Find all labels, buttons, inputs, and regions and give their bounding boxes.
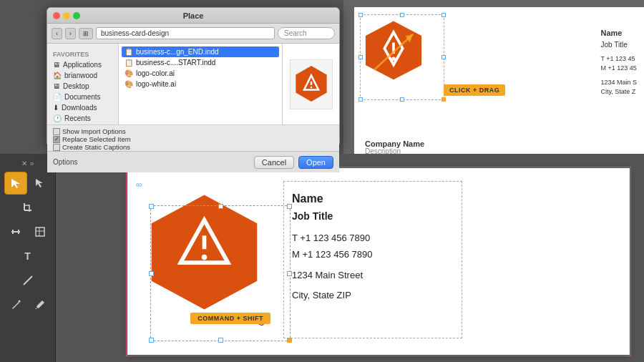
minimize-button[interactable] bbox=[63, 12, 70, 19]
replace-selected-row: ✓ Replace Selected Item bbox=[53, 135, 333, 143]
view-button[interactable]: ⊞ bbox=[79, 28, 93, 39]
handle-bm bbox=[218, 338, 223, 343]
dialog-buttons: Cancel Open bbox=[254, 156, 333, 169]
close-button[interactable] bbox=[53, 12, 60, 19]
tool-row-5 bbox=[16, 269, 39, 292]
file-list-item-logo-white[interactable]: 🎨 logo-white.ai bbox=[122, 79, 279, 89]
doc-inner: ⟳ COMMAND + SHIFT ∞ Name Job Title T +1 … bbox=[127, 168, 630, 355]
logo-container-bottom: ⟳ COMMAND + SHIFT bbox=[142, 190, 270, 318]
sidebar-item-recents[interactable]: 🕐 Recents bbox=[47, 113, 118, 124]
back-button[interactable]: ‹ bbox=[52, 28, 62, 39]
resize-icon bbox=[10, 226, 21, 238]
command-shift-badge: COMMAND + SHIFT bbox=[190, 313, 270, 324]
crop-tool[interactable] bbox=[16, 196, 39, 219]
create-captions-row: Create Static Captions bbox=[53, 143, 333, 151]
file-name: logo-white.ai bbox=[136, 80, 176, 88]
text-frame-selection bbox=[283, 181, 462, 338]
svg-marker-26 bbox=[152, 195, 258, 310]
file-icon: 🎨 bbox=[125, 69, 133, 77]
sidebar-item-downloads[interactable]: ⬇ Downloads bbox=[47, 102, 118, 113]
sidebar-item-label: Documents bbox=[64, 93, 101, 101]
phone1-top: T +1 123 45 bbox=[600, 54, 637, 64]
sidebar-item-applications[interactable]: 🖥 Applications bbox=[47, 59, 118, 70]
search-input[interactable]: Search bbox=[278, 27, 335, 39]
options-label: Options bbox=[53, 158, 77, 166]
preview-panel bbox=[282, 44, 339, 124]
file-name: business-c...gn_END.indd bbox=[136, 48, 219, 56]
phone2-top: M +1 123 45 bbox=[600, 64, 637, 74]
handle-tm bbox=[400, 13, 404, 17]
handle-br-orange bbox=[287, 338, 292, 343]
expand-icon[interactable]: » bbox=[30, 160, 34, 167]
create-captions-checkbox[interactable] bbox=[53, 144, 60, 151]
sidebar-item-brianwood[interactable]: 🏠 brianwood bbox=[47, 70, 118, 81]
sidebar-panel: Favorites 🖥 Applications 🏠 brianwood 🖥 D… bbox=[47, 44, 119, 124]
canvas-document-bottom: ⟳ COMMAND + SHIFT ∞ Name Job Title T +1 … bbox=[127, 168, 630, 355]
type-icon: T bbox=[24, 250, 31, 262]
show-import-label: Show Import Options bbox=[62, 127, 126, 135]
traffic-lights bbox=[53, 12, 80, 19]
file-list-item-logo-color[interactable]: 🎨 logo-color.ai bbox=[122, 68, 279, 79]
eyedropper-icon bbox=[34, 299, 46, 310]
path-display: business-card-design bbox=[96, 27, 275, 39]
canvas-area-top: Name Job Title T +1 123 45 M +1 123 45 1… bbox=[343, 0, 644, 154]
description-top: Description bbox=[365, 147, 401, 154]
canvas-document-top: Name Job Title T +1 123 45 M +1 123 45 1… bbox=[354, 7, 644, 154]
handle-tl bbox=[358, 13, 363, 17]
open-button[interactable]: Open bbox=[298, 156, 333, 169]
show-import-checkbox[interactable] bbox=[53, 128, 60, 135]
svg-point-24 bbox=[18, 300, 20, 303]
top-section: Place ‹ › ⊞ business-card-design Search … bbox=[0, 0, 644, 154]
resize-tool[interactable] bbox=[4, 220, 27, 243]
table-tool[interactable] bbox=[29, 220, 52, 243]
forward-button[interactable]: › bbox=[65, 28, 76, 39]
file-icon: 📋 bbox=[125, 48, 133, 56]
logo-hex-top bbox=[358, 18, 444, 111]
table-icon bbox=[34, 226, 46, 238]
file-list-item[interactable]: 📋 business-c....START.indd bbox=[122, 57, 279, 68]
recents-icon: 🕐 bbox=[53, 114, 62, 122]
close-icon[interactable]: ✕ bbox=[21, 160, 27, 167]
cancel-button[interactable]: Cancel bbox=[254, 156, 294, 169]
documents-icon: 📄 bbox=[53, 93, 62, 101]
name-label-top: Name bbox=[600, 27, 637, 39]
hex-svg-top bbox=[358, 18, 429, 89]
type-tool[interactable]: T bbox=[16, 245, 39, 268]
sidebar-item-desktop[interactable]: 🖥 Desktop bbox=[47, 81, 118, 92]
create-captions-label: Create Static Captions bbox=[62, 143, 130, 151]
crop-icon bbox=[22, 202, 34, 213]
line-tool[interactable] bbox=[16, 269, 39, 292]
address2-top: City, State Z bbox=[600, 87, 637, 97]
sidebar-item-pictures[interactable]: 🖼 Pictures bbox=[47, 124, 118, 124]
replace-selected-label: Replace Selected Item bbox=[62, 135, 131, 143]
file-list-item[interactable]: 📋 business-c...gn_END.indd bbox=[122, 47, 279, 57]
pen-tool[interactable] bbox=[4, 293, 27, 316]
file-dialog: Place ‹ › ⊞ business-card-design Search … bbox=[47, 7, 340, 147]
home-icon: 🏠 bbox=[53, 72, 62, 79]
eyedropper-tool[interactable] bbox=[29, 293, 52, 316]
tool-row-2 bbox=[16, 196, 39, 219]
handle-tr bbox=[441, 13, 446, 17]
file-name: logo-color.ai bbox=[136, 69, 175, 77]
desktop-icon: 🖥 bbox=[53, 82, 60, 90]
direct-selection-tool[interactable] bbox=[29, 172, 52, 195]
replace-selected-checkbox[interactable]: ✓ bbox=[53, 136, 60, 143]
arrow-icon bbox=[10, 177, 21, 189]
sidebar-item-documents[interactable]: 📄 Documents bbox=[47, 92, 118, 102]
svg-point-4 bbox=[310, 87, 312, 88]
pen-icon bbox=[10, 299, 21, 310]
preview-hex bbox=[293, 64, 329, 104]
maximize-button[interactable] bbox=[73, 12, 80, 19]
dialog-footer: Options Cancel Open bbox=[47, 151, 339, 172]
svg-line-25 bbox=[36, 308, 36, 309]
applications-icon: 🖥 bbox=[53, 61, 60, 69]
text-content-top: Name Job Title T +1 123 45 M +1 123 45 1… bbox=[600, 27, 637, 97]
selection-tool[interactable] bbox=[4, 172, 27, 195]
link-icon: ∞ bbox=[136, 180, 142, 190]
show-import-options-row: Show Import Options bbox=[53, 127, 333, 135]
toolbox: ✕ » bbox=[0, 154, 56, 362]
hex-svg-bottom bbox=[142, 190, 267, 315]
dialog-options-area: Show Import Options ✓ Replace Selected I… bbox=[47, 124, 339, 151]
file-icon: 🎨 bbox=[125, 80, 133, 88]
svg-marker-11 bbox=[11, 179, 20, 188]
